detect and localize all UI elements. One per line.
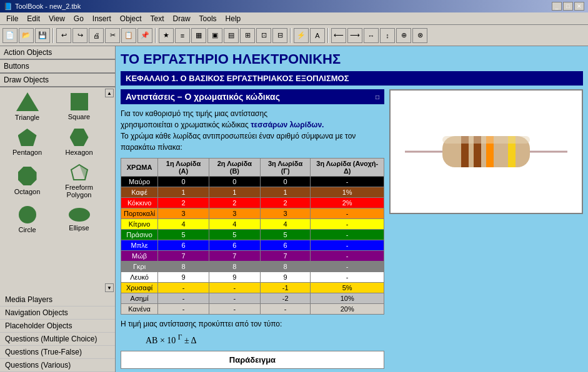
cell-b: 9 xyxy=(209,272,260,283)
open-button[interactable]: 📂 xyxy=(19,28,34,43)
shapes-grid: Triangle Square Pentagon Hexagon xyxy=(0,87,115,238)
menu-help[interactable]: Help xyxy=(222,13,245,24)
shape-ellipse[interactable]: Ellipse xyxy=(54,203,104,236)
cell-d: - xyxy=(311,240,384,251)
cell-b: 2 xyxy=(209,198,260,208)
tool12-button[interactable]: ↔ xyxy=(364,28,379,43)
freeform-label: FreeformPolygon xyxy=(65,184,93,198)
tool14-button[interactable]: ⊕ xyxy=(396,28,411,43)
cell-c: 9 xyxy=(260,272,311,283)
cell-c: 6 xyxy=(260,240,311,251)
table-row: Μώβ 7 7 7 - xyxy=(121,251,384,262)
cell-a: 6 xyxy=(158,240,209,251)
tool2-button[interactable]: ▦ xyxy=(191,28,206,43)
shape-pentagon[interactable]: Pentagon xyxy=(2,126,52,159)
tool1-button[interactable]: ≡ xyxy=(175,28,190,43)
tool3-button[interactable]: ▣ xyxy=(207,28,222,43)
section-title: Αντιστάσεις – Ο χρωματικός κώδικας □ xyxy=(121,89,384,104)
redo-button[interactable]: ↪ xyxy=(72,28,87,43)
tool7-button[interactable]: ⊟ xyxy=(272,28,287,43)
buttons-section: Buttons xyxy=(0,60,115,74)
tool10-button[interactable]: ⟵ xyxy=(331,28,346,43)
desc-line3: Το χρώμα κάθε λωρίδας αντιπροσωπεύει ένα… xyxy=(121,132,356,152)
cell-a: - xyxy=(158,283,209,293)
desc-line1: Για τον καθορισμό της τιμής μιας αντίστα… xyxy=(121,109,267,118)
menu-tools[interactable]: Tools xyxy=(196,13,221,24)
cell-b: 6 xyxy=(209,240,260,251)
draw-objects-header[interactable]: Draw Objects xyxy=(0,74,115,87)
octagon-label: Octagon xyxy=(14,188,41,195)
cell-b: 4 xyxy=(209,219,260,230)
tool5-button[interactable]: ⊞ xyxy=(240,28,255,43)
cell-c: 8 xyxy=(260,262,311,272)
print-button[interactable]: 🖨 xyxy=(89,28,104,43)
cell-a: - xyxy=(158,293,209,304)
cell-color-name: Κόκκινο xyxy=(121,198,158,208)
menu-view[interactable]: View xyxy=(45,13,69,24)
main-title: ΤΟ ΕΡΓΑΣΤΗΡΙΟ ΗΛΕΚΤΡΟΝΙΚΗΣ xyxy=(121,51,583,67)
questions-mc-item[interactable]: Questions (Multiple Choice) xyxy=(0,333,115,346)
new-button[interactable]: 📄 xyxy=(2,28,17,43)
menu-draw[interactable]: Draw xyxy=(169,13,194,24)
placeholder-objects-item[interactable]: Placeholder Objects xyxy=(0,320,115,333)
maximize-button[interactable]: □ xyxy=(563,2,573,11)
menu-file[interactable]: File xyxy=(2,13,22,24)
menu-edit[interactable]: Edit xyxy=(23,13,44,24)
cell-a: 1 xyxy=(158,187,209,198)
ellipse-icon xyxy=(69,208,90,222)
shape-triangle[interactable]: Triangle xyxy=(2,90,52,124)
cell-c: 2 xyxy=(260,198,311,208)
cell-d: - xyxy=(311,177,384,187)
tool4-button[interactable]: ▤ xyxy=(224,28,239,43)
tool6-button[interactable]: ⊡ xyxy=(256,28,271,43)
shape-hexagon[interactable]: Hexagon xyxy=(54,126,104,159)
cell-d: - xyxy=(311,230,384,240)
minimize-button[interactable]: _ xyxy=(552,2,562,11)
cell-color-name: Γκρι xyxy=(121,262,158,272)
scroll-up-button[interactable]: ▲ xyxy=(105,89,114,97)
cell-color-name: Μώβ xyxy=(121,251,158,262)
paste-button[interactable]: 📌 xyxy=(137,28,152,43)
section-title-text: Αντιστάσεις – Ο χρωματικός κώδικας xyxy=(126,92,280,102)
cell-color-name: Μαύρο xyxy=(121,177,158,187)
tool15-button[interactable]: ⊗ xyxy=(412,28,427,43)
shape-octagon[interactable]: Octagon xyxy=(2,161,52,201)
copy-button[interactable]: 📋 xyxy=(121,28,136,43)
tool9-button[interactable]: A xyxy=(310,28,325,43)
col-header-color: ΧΡΩΜΑ xyxy=(121,159,158,177)
cell-b: 1 xyxy=(209,187,260,198)
menu-insert[interactable]: Insert xyxy=(89,13,115,24)
questions-various-item[interactable]: Questions (Various) xyxy=(0,359,115,372)
action-objects-header[interactable]: Action Objects xyxy=(0,46,115,59)
tool8-button[interactable]: ⚡ xyxy=(294,28,309,43)
table-row: Καφέ 1 1 1 1% xyxy=(121,187,384,198)
tool11-button[interactable]: ⟶ xyxy=(347,28,362,43)
questions-tf-item[interactable]: Questions (True-False) xyxy=(0,346,115,359)
section-expand-icon[interactable]: □ xyxy=(376,94,379,100)
navigation-objects-item[interactable]: Navigation Objects xyxy=(0,306,115,320)
undo-button[interactable]: ↩ xyxy=(56,28,71,43)
left-panel: Action Objects Buttons Draw Objects ▲ Tr… xyxy=(0,46,116,372)
menu-object[interactable]: Object xyxy=(116,13,146,24)
media-players-item[interactable]: Media Players xyxy=(0,293,115,306)
menu-bar: File Edit View Go Insert Object Text Dra… xyxy=(0,12,588,25)
color-table: ΧΡΩΜΑ 1η Λωρίδα (Α) 2η Λωρίδα (Β) 3η Λωρ… xyxy=(121,158,384,315)
menu-go[interactable]: Go xyxy=(70,13,87,24)
shape-circle[interactable]: Circle xyxy=(2,203,52,236)
scroll-down-button[interactable]: ▼ xyxy=(105,283,114,292)
tool13-button[interactable]: ↕ xyxy=(380,28,395,43)
cell-d: - xyxy=(311,219,384,230)
close-button[interactable]: ✕ xyxy=(574,2,584,11)
save-button[interactable]: 💾 xyxy=(35,28,50,43)
cut-button[interactable]: ✂ xyxy=(105,28,120,43)
star-button[interactable]: ★ xyxy=(159,28,174,43)
shape-square[interactable]: Square xyxy=(54,90,104,124)
content-area: ΤΟ ΕΡΓΑΣΤΗΡΙΟ ΗΛΕΚΤΡΟΝΙΚΗΣ ΚΕΦΑΛΑΙΟ 1. Ο… xyxy=(116,46,588,372)
hexagon-icon xyxy=(70,129,89,146)
buttons-header[interactable]: Buttons xyxy=(0,60,115,73)
toolbar-sep4 xyxy=(327,28,329,43)
cell-color-name: Κανένα xyxy=(121,304,158,315)
menu-text[interactable]: Text xyxy=(147,13,168,24)
shape-freeform[interactable]: FreeformPolygon xyxy=(54,161,104,201)
square-label: Square xyxy=(68,113,90,120)
